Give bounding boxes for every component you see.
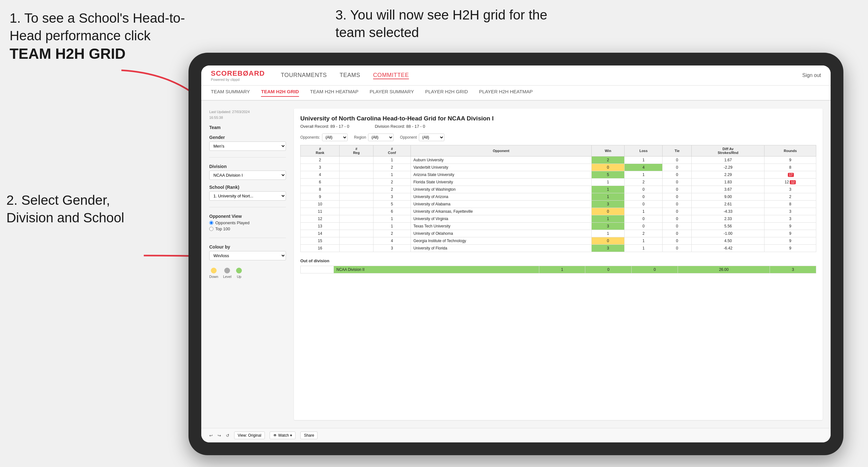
sidebar-colour-label: Colour by [209, 244, 286, 249]
sidebar-gender-label: Gender [209, 135, 286, 140]
legend-down-label: Down [209, 275, 218, 279]
cell-loss: 2 [625, 179, 662, 186]
table-row: 3 2 Vanderbilt University 0 4 0 -2.29 8 [301, 164, 816, 171]
division-select[interactable]: NCAA Division I [209, 170, 286, 180]
cell-loss: 1 [625, 157, 662, 164]
legend-down: Down [209, 268, 218, 279]
filter-opponent-select[interactable]: (All) [419, 133, 444, 141]
nav-sign-out[interactable]: Sign out [802, 72, 821, 78]
cell-loss: 0 [625, 186, 662, 193]
sidebar-divider-1 [209, 157, 286, 157]
legend-up: Up [236, 268, 242, 279]
annotation-1-bold: TEAM H2H GRID [9, 45, 126, 62]
sign-out-text: Sign out [802, 72, 821, 78]
cell-conf: 2 [373, 179, 410, 186]
timestamp-label: Last Updated: 27/03/2024 [209, 110, 250, 114]
nav-teams[interactable]: TEAMS [340, 72, 360, 79]
nav-tournaments[interactable]: TOURNAMENTS [281, 72, 327, 79]
sidebar-division-label: Division [209, 164, 286, 169]
cell-tie: 0 [662, 193, 692, 200]
table-header-row: #Rank #Reg #Conf Opponent Win Loss Tie D… [301, 145, 816, 157]
subnav-player-summary[interactable]: PLAYER SUMMARY [370, 89, 414, 97]
cell-rank: 2 [301, 157, 340, 164]
nav-bar: SCOREBØARD Powered by clippd TOURNAMENTS… [201, 65, 831, 86]
toolbar-refresh-icon[interactable]: ↺ [226, 433, 229, 438]
cell-reg [340, 223, 373, 230]
table-row: 6 2 Florida State University 1 2 0 1.83 … [301, 179, 816, 186]
cell-loss: 0 [625, 215, 662, 223]
sidebar-divider-2 [209, 207, 286, 207]
h2h-table: #Rank #Reg #Conf Opponent Win Loss Tie D… [300, 145, 816, 252]
cell-reg [340, 157, 373, 164]
cell-tie: 0 [662, 245, 692, 252]
cell-diff: -2.29 [692, 164, 765, 171]
cell-win: 0 [591, 237, 624, 245]
cell-tie: 0 [662, 223, 692, 230]
filter-row: Opponents: (All) Region (All) Opponent [300, 133, 816, 141]
table-row: 14 2 University of Oklahoma 1 2 0 -1.00 … [301, 230, 816, 237]
filter-opponents-label: Opponents: [300, 135, 320, 139]
table-row: 9 3 University of Arizona 1 0 0 9.00 2 [301, 193, 816, 200]
grid-title: University of North Carolina Head-to-Hea… [300, 115, 816, 122]
school-select[interactable]: 1. University of Nort... [209, 191, 286, 200]
radio-top100-label: Top 100 [215, 226, 230, 231]
annotation-1-text: 1. To see a School's Head-to-Head perfor… [9, 10, 185, 43]
nav-committee[interactable]: COMMITTEE [373, 72, 409, 79]
sidebar-divider-3 [209, 238, 286, 238]
radio-opponents-input[interactable] [209, 221, 213, 225]
radio-opponents-played[interactable]: Opponents Played [209, 220, 286, 225]
cell-opponent: Arizona State University [410, 171, 591, 179]
subnav-team-h2h-grid[interactable]: TEAM H2H GRID [261, 89, 299, 97]
subnav-player-h2h-heatmap[interactable]: PLAYER H2H HEATMAP [479, 89, 533, 97]
sidebar-timestamp: Last Updated: 27/03/2024 16:55:38 [209, 108, 286, 120]
cell-opponent: University of Virginia [410, 215, 591, 223]
legend-down-dot [211, 268, 217, 274]
cell-tie: 0 [662, 164, 692, 171]
device-frame: SCOREBØARD Powered by clippd TOURNAMENTS… [188, 53, 843, 455]
subnav-team-h2h-heatmap[interactable]: TEAM H2H HEATMAP [310, 89, 359, 97]
cell-reg [340, 186, 373, 193]
table-row: 11 6 University of Arkansas, Fayettevill… [301, 208, 816, 215]
toolbar-undo-icon[interactable]: ↩ [209, 433, 213, 438]
cell-diff: 1.67 [692, 157, 765, 164]
out-of-division-win: 1 [539, 266, 585, 274]
gender-select[interactable]: Men's [209, 142, 286, 151]
radio-top100-input[interactable] [209, 227, 213, 231]
cell-win: 3 [591, 200, 624, 208]
cell-loss: 0 [625, 200, 662, 208]
toolbar-watch[interactable]: 👁 Watch ▾ [270, 432, 296, 439]
subnav-team-summary[interactable]: TEAM SUMMARY [211, 89, 250, 97]
cell-loss: 1 [625, 245, 662, 252]
table-row: 12 1 University of Virginia 1 0 0 2.33 3 [301, 215, 816, 223]
col-conf: #Conf [373, 145, 410, 157]
cell-conf: 3 [373, 193, 410, 200]
table-row: 16 3 University of Florida 3 1 0 -6.42 9 [301, 245, 816, 252]
legend-level-label: Level [223, 275, 231, 279]
radio-opponents-label: Opponents Played [215, 220, 249, 225]
cell-opponent: University of Alabama [410, 200, 591, 208]
filter-region: Region (All) [354, 133, 394, 141]
cell-diff: -1.00 [692, 230, 765, 237]
cell-conf: 1 [373, 223, 410, 230]
cell-conf: 4 [373, 237, 410, 245]
cell-conf: 2 [373, 186, 410, 193]
cell-tie: 0 [662, 171, 692, 179]
radio-top100[interactable]: Top 100 [209, 226, 286, 231]
main-content: Last Updated: 27/03/2024 16:55:38 Team G… [201, 101, 831, 428]
cell-reg [340, 215, 373, 223]
cell-diff: -4.33 [692, 208, 765, 215]
col-opponent: Opponent [410, 145, 591, 157]
subnav-player-h2h-grid[interactable]: PLAYER H2H GRID [425, 89, 468, 97]
cell-reg [340, 245, 373, 252]
cell-opponent: University of Oklahoma [410, 230, 591, 237]
colour-select[interactable]: Win/loss [209, 251, 286, 260]
toolbar-redo-icon[interactable]: ↪ [218, 433, 221, 438]
toolbar-view-original[interactable]: View: Original [234, 432, 265, 439]
toolbar-share[interactable]: Share [300, 432, 317, 439]
filter-opponents-select[interactable]: (All) [322, 133, 348, 141]
filter-region-select[interactable]: (All) [368, 133, 394, 141]
cell-win: 1 [591, 215, 624, 223]
cell-conf: 1 [373, 171, 410, 179]
colour-legend: Down Level Up [209, 268, 286, 279]
col-rank: #Rank [301, 145, 340, 157]
